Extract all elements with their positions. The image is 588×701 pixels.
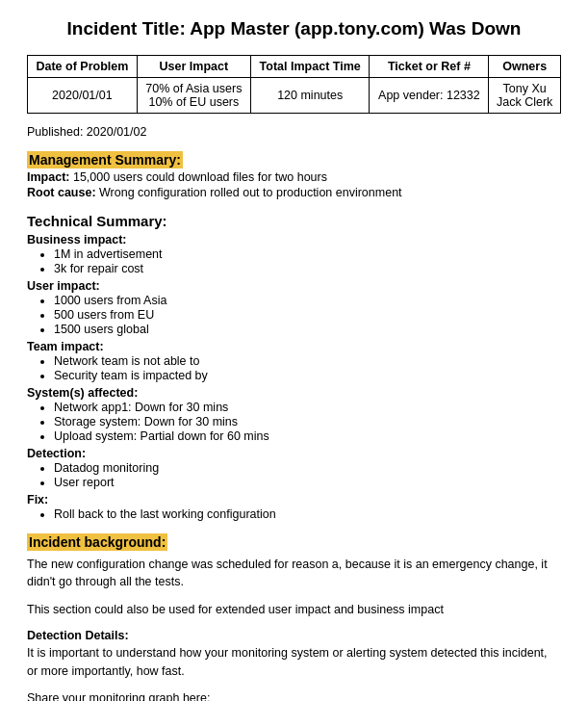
list-item: User report: [54, 476, 561, 489]
management-impact-line: Impact: 15,000 users could download file…: [27, 170, 561, 184]
detection-list: Datadog monitoring User report: [27, 461, 561, 489]
list-item: 1000 users from Asia: [54, 294, 561, 307]
list-item: Security team is impacted by: [54, 369, 561, 382]
col-header-total-impact: Total Impact Time: [250, 55, 369, 77]
root-cause-label: Root cause:: [27, 186, 96, 199]
root-cause-text: Wrong configuration rolled out to produc…: [96, 186, 402, 199]
management-root-cause-line: Root cause: Wrong configuration rolled o…: [27, 186, 561, 199]
list-item: 500 users from EU: [54, 308, 561, 322]
detection-details-label: Detection Details:: [27, 629, 561, 642]
management-summary-section: Management Summary: Impact: 15,000 users…: [27, 152, 561, 199]
table-row: 2020/01/01 70% of Asia users 10% of EU u…: [28, 77, 561, 113]
impact-text: 15,000 users could download files for tw…: [69, 170, 327, 184]
incident-background-heading: Incident background:: [27, 533, 167, 551]
user-impact-line2: 10% of EU users: [148, 95, 239, 109]
list-item: Storage system: Down for 30 mins: [54, 415, 561, 428]
owner1: Tony Xu: [503, 82, 547, 95]
cell-ticket: App vender: 12332: [370, 77, 489, 113]
col-header-date: Date of Problem: [28, 55, 138, 77]
fix-label: Fix:: [27, 493, 561, 506]
user-impact-list: 1000 users from Asia 500 users from EU 1…: [27, 294, 561, 336]
incident-bg-para3: It is important to understand how your m…: [27, 644, 561, 681]
incident-background-section: Incident background: The new configurati…: [27, 534, 561, 701]
systems-affected-label: System(s) affected:: [27, 386, 561, 400]
cell-user-impact: 70% of Asia users 10% of EU users: [137, 77, 250, 113]
page-title: Incident Title: App Master (app.tony.com…: [27, 17, 561, 41]
incident-table: Date of Problem User Impact Total Impact…: [27, 55, 561, 114]
business-impact-label: Business impact:: [27, 233, 561, 247]
systems-affected-list: Network app1: Down for 30 mins Storage s…: [27, 401, 561, 443]
business-impact-list: 1M in advertisement 3k for repair cost: [27, 247, 561, 275]
list-item: 3k for repair cost: [54, 262, 561, 275]
cell-total-impact: 120 minutes: [250, 77, 369, 113]
incident-bg-para2: This section could also be used for exte…: [27, 601, 561, 619]
user-impact-label: User impact:: [27, 279, 561, 293]
fix-list: Roll back to the last working configurat…: [27, 507, 561, 521]
cell-owners: Tony Xu Jack Clerk: [489, 77, 561, 113]
impact-label: Impact:: [27, 170, 69, 184]
incident-bg-para1: The new configuration change was schedul…: [27, 556, 561, 592]
owner2: Jack Clerk: [497, 95, 552, 109]
published-date: Published: 2020/01/02: [27, 125, 561, 139]
user-impact-line1: 70% of Asia users: [145, 82, 242, 95]
list-item: Upload system: Partial down for 60 mins: [54, 429, 561, 443]
technical-summary-heading: Technical Summary:: [27, 213, 561, 229]
list-item: Datadog monitoring: [54, 461, 561, 475]
list-item: Roll back to the last working configurat…: [54, 507, 561, 521]
list-item: 1M in advertisement: [54, 247, 561, 261]
col-header-ticket: Ticket or Ref #: [370, 55, 489, 77]
technical-summary-section: Technical Summary: Business impact: 1M i…: [27, 213, 561, 521]
list-item: Network team is not able to: [54, 354, 561, 368]
list-item: 1500 users global: [54, 323, 561, 336]
team-impact-list: Network team is not able to Security tea…: [27, 354, 561, 382]
share-monitoring-label: Share your monitoring graph here:: [27, 689, 561, 701]
detection-label: Detection:: [27, 447, 561, 460]
management-summary-heading: Management Summary:: [27, 151, 183, 169]
col-header-owners: Owners: [489, 55, 561, 77]
cell-date: 2020/01/01: [28, 77, 138, 113]
team-impact-label: Team impact:: [27, 340, 561, 353]
list-item: Network app1: Down for 30 mins: [54, 401, 561, 414]
col-header-user-impact: User Impact: [137, 55, 250, 77]
